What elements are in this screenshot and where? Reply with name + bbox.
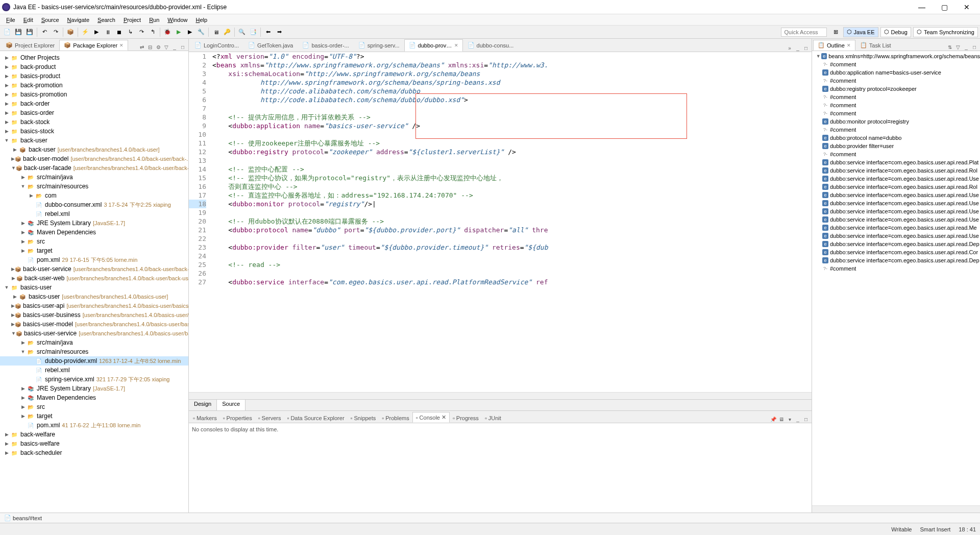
outline-item[interactable]: ?-#comment: [812, 126, 980, 134]
new-rsa-button[interactable]: 🔑: [222, 27, 232, 37]
editor-minimize-icon[interactable]: _: [794, 44, 801, 52]
skip-breakpoints-button[interactable]: ⚡: [80, 27, 90, 37]
tree-item[interactable]: ▶📦back-user-web[user/branches/branches1.…: [0, 274, 188, 283]
outline-item[interactable]: edubbo:service interface=com.egeo.basics…: [812, 158, 980, 166]
tab-project-explorer[interactable]: 📦Project Explorer: [1, 40, 59, 51]
tree-item[interactable]: ▶📁back-promotion: [0, 81, 188, 90]
tree-item[interactable]: ▶📦back-user-model[user/branches/branches…: [0, 154, 188, 163]
new-server-button[interactable]: 🖥: [211, 27, 221, 37]
collapse-all-icon[interactable]: ⊟: [146, 43, 154, 51]
tree-item[interactable]: ▶📁back-product: [0, 62, 188, 71]
tree-item[interactable]: ▼📂src/main/resources: [0, 347, 188, 356]
tree-item[interactable]: 📄rebel.xml: [0, 366, 188, 375]
tree-item[interactable]: 📄dubbo-consumer.xml3 17-5-24 下午2:25 xiap…: [0, 200, 188, 209]
maximize-icon[interactable]: □: [179, 43, 186, 51]
outline-item[interactable]: edubbo:provider filter=user: [812, 142, 980, 150]
terminate-button[interactable]: ⏹: [114, 27, 124, 37]
save-all-button[interactable]: 💾: [24, 27, 35, 37]
step-over-button[interactable]: ↷: [136, 27, 146, 37]
console-tab-junit[interactable]: ▫JUnit: [482, 414, 504, 423]
tree-item[interactable]: ▼📂src/main/resources: [0, 182, 188, 191]
tree-item[interactable]: ▶📦basics-user-model[user/branches/branch…: [0, 320, 188, 329]
tree-item[interactable]: ▶📁basics-promotion: [0, 90, 188, 99]
perspective-debug[interactable]: ⬡Debug: [880, 27, 911, 37]
outline-item[interactable]: edubbo:monitor protocol=registry: [812, 117, 980, 126]
open-perspective-icon[interactable]: ⊞: [831, 27, 841, 37]
back-button[interactable]: ⬅: [263, 27, 273, 37]
tree-item[interactable]: 📄spring-service.xml321 17-7-29 下午2:05 xi…: [0, 375, 188, 384]
editor-tab[interactable]: 📄spring-serv...: [354, 39, 404, 52]
open-console-icon[interactable]: ▾: [786, 416, 793, 423]
step-into-button[interactable]: ↳: [125, 27, 135, 37]
console-tab-problems[interactable]: ▫Problems: [379, 414, 412, 423]
minimize-button[interactable]: ―: [911, 0, 933, 14]
maximize-button[interactable]: ▢: [933, 0, 955, 14]
editor-tab[interactable]: 📄basics-order-...: [298, 39, 353, 52]
tree-item[interactable]: ▶📚JRE System Library[JavaSE-1.7]: [0, 384, 188, 393]
tree-item[interactable]: ▶📂src: [0, 402, 188, 411]
sort-icon[interactable]: ⇅: [946, 43, 953, 51]
outline-item[interactable]: edubbo:service interface=com.egeo.basics…: [812, 224, 980, 232]
step-return-button[interactable]: ↰: [148, 27, 158, 37]
forward-button[interactable]: ➡: [274, 27, 284, 37]
console-maximize-icon[interactable]: □: [802, 416, 810, 423]
menu-navigate[interactable]: Navigate: [63, 16, 93, 24]
outline-item[interactable]: ?-#comment: [812, 150, 980, 158]
editor-maximize-icon[interactable]: □: [802, 44, 810, 52]
tree-item[interactable]: 📄pom.xml29 17-6-15 下午5:05 lorne.min: [0, 255, 188, 264]
outline-item[interactable]: edubbo:application name=basics-user-serv…: [812, 68, 980, 77]
menu-window[interactable]: Window: [163, 16, 191, 24]
outline-item[interactable]: ?-#comment: [812, 109, 980, 117]
debug-button[interactable]: 🐞: [162, 27, 173, 37]
tree-item[interactable]: ▶📚JRE System Library[JavaSE-1.7]: [0, 218, 188, 228]
view-menu-icon[interactable]: ▽: [163, 43, 170, 51]
tree-item[interactable]: ▶📂src/main/java: [0, 338, 188, 347]
outline-tree[interactable]: ▼ebeans xmlns=http://www.springframework…: [812, 51, 980, 505]
tree-item[interactable]: 📄rebel.xml: [0, 209, 188, 218]
design-tab[interactable]: Design: [189, 400, 217, 410]
outline-item[interactable]: edubbo:service interface=com.egeo.basics…: [812, 215, 980, 224]
tree-item[interactable]: ▶📁back-stock: [0, 117, 188, 127]
package-explorer-tree[interactable]: ▶📁Other Projects▶📁back-product▶📁basics-p…: [0, 51, 188, 513]
tree-item[interactable]: ▶📁basics-order: [0, 108, 188, 117]
outline-item[interactable]: edubbo:service interface=com.egeo.basics…: [812, 166, 980, 175]
tree-item[interactable]: 📄pom.xml41 17-6-22 上午11:08 lorne.min: [0, 421, 188, 430]
outline-item[interactable]: edubbo:service interface=com.egeo.basics…: [812, 199, 980, 207]
console-tab-data-source-explorer[interactable]: ▫Data Source Explorer: [284, 414, 348, 423]
quick-access-input[interactable]: [781, 28, 827, 37]
tree-item[interactable]: ▶📂com: [0, 191, 188, 200]
tree-item[interactable]: ▶📁back-welfare: [0, 430, 188, 439]
console-tab-progress[interactable]: ▫Progress: [450, 414, 482, 423]
redo-button[interactable]: ↷: [51, 27, 61, 37]
tab-outline[interactable]: 📋Outline ✕: [813, 40, 855, 51]
save-button[interactable]: 💾: [13, 27, 23, 37]
suspend-button[interactable]: ⏸: [103, 27, 113, 37]
show-list-icon[interactable]: »: [786, 44, 793, 52]
pin-console-icon[interactable]: 📌: [770, 416, 777, 423]
outline-item[interactable]: edubbo:service interface=com.egeo.basics…: [812, 240, 980, 248]
outline-item[interactable]: edubbo:service interface=com.egeo.basics…: [812, 207, 980, 215]
horizontal-scrollbar[interactable]: [189, 392, 812, 399]
search-button[interactable]: 🔍: [237, 27, 247, 37]
annotation-button[interactable]: 📑: [248, 27, 258, 37]
new-button[interactable]: 📄: [2, 27, 12, 37]
tree-item[interactable]: ▶📂target: [0, 246, 188, 255]
outline-item[interactable]: edubbo:service interface=com.egeo.basics…: [812, 191, 980, 199]
outline-item[interactable]: ?-#comment: [812, 264, 980, 273]
console-tab-console[interactable]: ▫Console ✕: [412, 412, 450, 423]
source-tab[interactable]: Source: [217, 400, 246, 410]
tree-item[interactable]: ▼📦basics-user-service[user/branches/bran…: [0, 329, 188, 338]
outline-menu-icon[interactable]: ▽: [954, 43, 962, 51]
display-console-icon[interactable]: 🖥: [778, 416, 785, 423]
outline-item[interactable]: edubbo:service interface=com.egeo.basics…: [812, 232, 980, 240]
outline-minimize-icon[interactable]: _: [963, 43, 970, 51]
undo-button[interactable]: ↶: [39, 27, 50, 37]
run-last-button[interactable]: ▶: [185, 27, 195, 37]
tree-item[interactable]: ▶📦basics-user-business[user/branches/bra…: [0, 310, 188, 320]
tree-item[interactable]: ▶📦basics-user-api[user/branches/branches…: [0, 301, 188, 310]
menu-project[interactable]: Project: [119, 16, 145, 24]
outline-item[interactable]: edubbo:service interface=com.egeo.basics…: [812, 183, 980, 191]
menu-help[interactable]: Help: [192, 16, 212, 24]
outline-item[interactable]: edubbo:service interface=com.egeo.basics…: [812, 256, 980, 264]
outline-item[interactable]: edubbo:service interface=com.egeo.basics…: [812, 175, 980, 183]
